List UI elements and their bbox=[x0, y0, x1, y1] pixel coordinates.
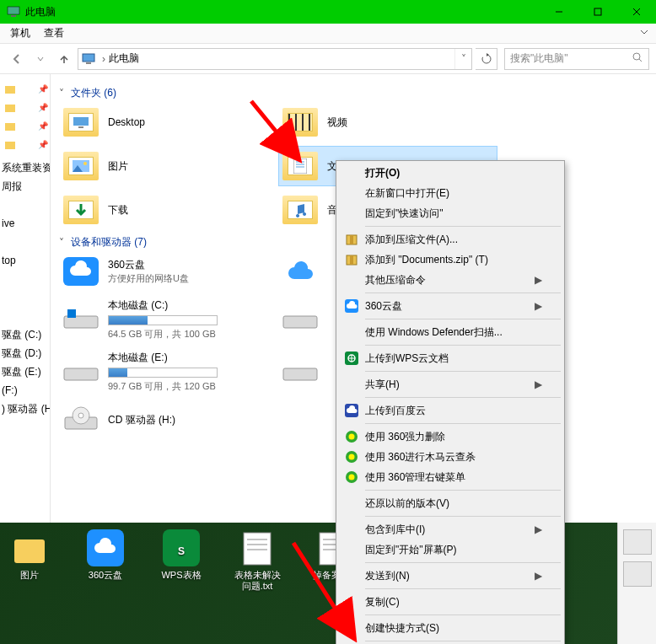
chevron-down-icon: ˅ bbox=[59, 237, 71, 249]
sidebar-item[interactable]: top bbox=[0, 251, 50, 270]
cloud360-icon bbox=[345, 299, 358, 313]
menu-item-label: 在新窗口中打开(E) bbox=[365, 186, 449, 201]
menu-separator bbox=[365, 490, 561, 491]
svg-rect-13 bbox=[5, 123, 15, 131]
sidebar-item[interactable]: ive bbox=[0, 214, 50, 233]
desktop-icon[interactable]: 360云盘 bbox=[79, 529, 132, 592]
nav-up-button[interactable] bbox=[54, 49, 74, 69]
menu-view[interactable]: 查看 bbox=[37, 24, 71, 43]
group-header-folders[interactable]: ˅ 文件夹 (6) bbox=[59, 86, 656, 100]
sidebar-item[interactable]: 系统重装资 bbox=[0, 158, 50, 177]
folder-videos[interactable]: 视频 bbox=[278, 102, 497, 142]
context-menu-item[interactable]: 共享(H)▶ bbox=[338, 374, 562, 394]
context-menu-item[interactable]: 打开(O) bbox=[338, 163, 562, 183]
desktop-icon[interactable]: SWPS表格 bbox=[155, 529, 207, 592]
svg-point-33 bbox=[78, 413, 83, 418]
context-menu-item[interactable]: 添加到压缩文件(A)... bbox=[338, 229, 562, 250]
menu-separator bbox=[365, 371, 561, 372]
svg-rect-28 bbox=[283, 316, 317, 328]
svg-point-64 bbox=[349, 434, 355, 440]
item-label: Desktop bbox=[108, 116, 145, 128]
svg-line-10 bbox=[639, 59, 642, 62]
context-menu-item[interactable]: 使用 360强力删除 bbox=[338, 427, 562, 447]
menu-item-label: 360云盘 bbox=[365, 299, 402, 314]
picture-inner-icon bbox=[73, 160, 89, 172]
ribbon-expand-icon[interactable] bbox=[639, 27, 649, 40]
chevron-right-icon: ▶ bbox=[535, 523, 542, 535]
context-menu-item[interactable]: 固定到"开始"屏幕(P) bbox=[338, 539, 562, 560]
breadcrumb-sep: › bbox=[102, 53, 105, 65]
chevron-right-icon: ▶ bbox=[535, 378, 542, 390]
chevron-down-icon: ˅ bbox=[59, 88, 71, 99]
address-bar: › 此电脑 ˅ 搜索"此电脑" bbox=[0, 44, 656, 74]
nav-back-button[interactable] bbox=[7, 49, 27, 69]
sidebar-item[interactable]: 驱盘 (D:) bbox=[0, 344, 50, 362]
context-menu-item[interactable]: 上传到百度云 bbox=[338, 400, 562, 421]
desktop-icon[interactable]: 图片 bbox=[3, 529, 56, 592]
quick-access-item[interactable]: 📌 bbox=[0, 135, 50, 153]
folder-downloads[interactable]: 下载 bbox=[59, 190, 278, 230]
archive-icon bbox=[345, 233, 358, 246]
context-menu-item[interactable]: 使用 360进行木马云查杀 bbox=[338, 447, 562, 467]
svg-rect-54 bbox=[350, 235, 353, 244]
maximize-button[interactable] bbox=[578, 0, 617, 24]
sidebar-item[interactable]: ) 驱动器 (H:) bbox=[0, 400, 50, 418]
sidebar-item[interactable]: 周报 bbox=[0, 177, 50, 196]
context-menu-item[interactable]: 使用 Windows Defender扫描... bbox=[338, 322, 562, 342]
refresh-button[interactable] bbox=[476, 48, 497, 70]
desktop-icon[interactable]: 表格未解决问题.txt bbox=[231, 529, 283, 592]
context-menu-item[interactable]: 添加到 "Documents.zip" (T) bbox=[338, 250, 562, 270]
cloud-icon bbox=[63, 257, 99, 286]
menu-item-label: 创建快捷方式(S) bbox=[365, 621, 439, 636]
minimize-button[interactable] bbox=[540, 0, 578, 24]
address-input[interactable]: › 此电脑 ˅ bbox=[78, 48, 472, 70]
context-menu-item[interactable]: 复制(C) bbox=[338, 592, 562, 612]
quick-access-item[interactable]: 📌 bbox=[0, 98, 50, 116]
context-menu-item[interactable]: 包含到库中(I)▶ bbox=[338, 519, 562, 539]
context-menu-item[interactable]: 还原以前的版本(V) bbox=[338, 493, 562, 513]
thumbnail[interactable] bbox=[623, 561, 652, 587]
drive-360cloud[interactable]: 360云盘方便好用的网络U盘 bbox=[59, 251, 278, 292]
drive-icon bbox=[62, 360, 99, 384]
context-menu-item[interactable]: 使用 360管理右键菜单 bbox=[338, 467, 562, 487]
sidebar-item[interactable]: 驱盘 (E:) bbox=[0, 362, 50, 381]
sec360-icon bbox=[345, 430, 358, 443]
window-title: 此电脑 bbox=[25, 5, 56, 19]
nav-history-button[interactable] bbox=[30, 49, 51, 69]
context-menu-item[interactable]: 上传到WPS云文档 bbox=[338, 348, 562, 368]
item-label: 图片 bbox=[108, 159, 128, 174]
svg-rect-29 bbox=[64, 368, 98, 380]
sidebar-item[interactable]: 驱盘 (C:) bbox=[0, 325, 50, 344]
context-menu-item[interactable]: 创建快捷方式(S) bbox=[338, 618, 562, 638]
drive-cd[interactable]: CD 驱动器 (H:) bbox=[59, 400, 278, 440]
item-sub: 方便好用的网络U盘 bbox=[108, 272, 189, 285]
quick-access-item[interactable]: 📌 bbox=[0, 116, 50, 135]
context-menu-item[interactable]: 其他压缩命令▶ bbox=[338, 270, 562, 290]
capacity-bar bbox=[108, 368, 218, 378]
svg-rect-16 bbox=[78, 126, 83, 128]
sidebar-item[interactable]: (F:) bbox=[0, 381, 50, 400]
svg-point-19 bbox=[83, 162, 87, 165]
drive-local-e[interactable]: 本地磁盘 (E:) 99.7 GB 可用，共 120 GB bbox=[59, 347, 278, 396]
context-menu-item[interactable]: 360云盘▶ bbox=[338, 296, 562, 316]
context-menu-item[interactable]: 在新窗口中打开(E) bbox=[338, 183, 562, 203]
quick-access-item[interactable]: 📌 bbox=[0, 79, 50, 98]
menu-item-label: 使用 360管理右键菜单 bbox=[365, 470, 465, 485]
context-menu-item[interactable]: 发送到(N)▶ bbox=[338, 566, 562, 586]
menu-computer[interactable]: 算机 bbox=[3, 24, 37, 43]
folder-desktop[interactable]: Desktop bbox=[59, 102, 278, 142]
group-title: 设备和驱动器 (7) bbox=[71, 235, 147, 250]
menu-item-label: 上传到百度云 bbox=[365, 404, 426, 418]
thumbnail[interactable] bbox=[623, 529, 652, 555]
breadcrumb-item[interactable]: 此电脑 bbox=[109, 51, 139, 66]
folder-pictures[interactable]: 图片 bbox=[59, 146, 278, 186]
menubar: 算机 查看 bbox=[0, 24, 656, 44]
context-menu-item[interactable]: 固定到"快速访问" bbox=[338, 203, 562, 223]
svg-rect-30 bbox=[283, 368, 317, 380]
svg-rect-3 bbox=[594, 8, 601, 15]
svg-point-66 bbox=[349, 454, 355, 460]
address-dropdown-icon[interactable]: ˅ bbox=[454, 49, 471, 69]
close-button[interactable] bbox=[617, 0, 656, 24]
drive-local-c[interactable]: 本地磁盘 (C:) 64.5 GB 可用，共 100 GB bbox=[59, 295, 278, 344]
search-input[interactable]: 搜索"此电脑" bbox=[504, 48, 649, 70]
